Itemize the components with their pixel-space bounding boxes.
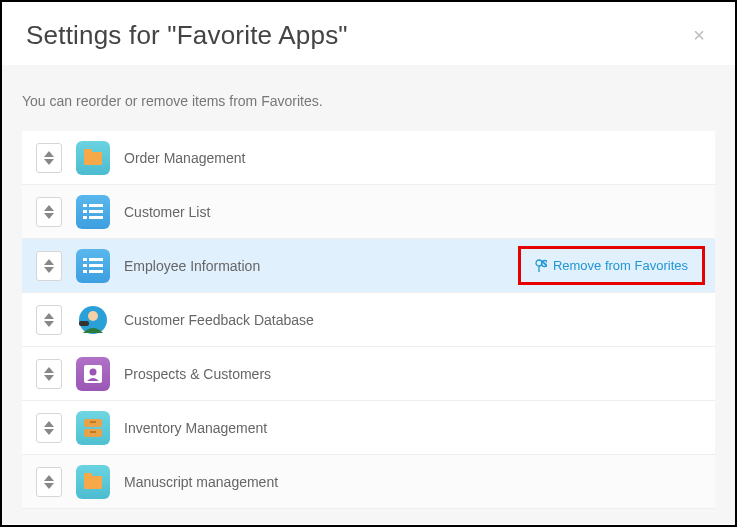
app-label: Order Management bbox=[124, 150, 705, 166]
svg-marker-13 bbox=[44, 267, 54, 273]
svg-rect-11 bbox=[89, 216, 103, 219]
remove-label: Remove from Favorites bbox=[553, 258, 688, 273]
svg-rect-43 bbox=[84, 473, 92, 478]
svg-rect-7 bbox=[89, 204, 103, 207]
svg-rect-14 bbox=[83, 258, 87, 261]
svg-rect-18 bbox=[83, 270, 87, 273]
person-icon bbox=[76, 303, 110, 337]
svg-rect-15 bbox=[89, 258, 103, 261]
drag-handle[interactable] bbox=[36, 413, 62, 443]
svg-marker-1 bbox=[44, 159, 54, 165]
folder-icon bbox=[76, 465, 110, 499]
drawers-icon bbox=[76, 411, 110, 445]
close-button[interactable]: × bbox=[687, 20, 711, 51]
favorites-row: Customer List bbox=[22, 185, 715, 239]
svg-marker-31 bbox=[44, 375, 54, 381]
drag-handle[interactable] bbox=[36, 251, 62, 281]
svg-marker-5 bbox=[44, 213, 54, 219]
svg-marker-34 bbox=[44, 421, 54, 427]
svg-point-28 bbox=[88, 311, 98, 321]
svg-point-33 bbox=[90, 368, 97, 375]
favorites-row: Employee InformationRemove from Favorite… bbox=[22, 239, 715, 293]
svg-line-24 bbox=[542, 261, 546, 265]
favorites-row: Prospects & Customers bbox=[22, 347, 715, 401]
favorites-row: Customer Feedback Database bbox=[22, 293, 715, 347]
svg-rect-3 bbox=[84, 149, 92, 154]
svg-marker-25 bbox=[44, 313, 54, 319]
svg-marker-41 bbox=[44, 483, 54, 489]
svg-rect-19 bbox=[89, 270, 103, 273]
drag-handle[interactable] bbox=[36, 197, 62, 227]
svg-marker-40 bbox=[44, 475, 54, 481]
dialog-title: Settings for "Favorite Apps" bbox=[26, 20, 348, 51]
app-label: Inventory Management bbox=[124, 420, 705, 436]
svg-rect-8 bbox=[83, 210, 87, 213]
list-icon bbox=[76, 195, 110, 229]
svg-marker-30 bbox=[44, 367, 54, 373]
svg-marker-0 bbox=[44, 151, 54, 157]
drag-handle[interactable] bbox=[36, 467, 62, 497]
svg-marker-4 bbox=[44, 205, 54, 211]
card-icon bbox=[76, 357, 110, 391]
intro-text: You can reorder or remove items from Fav… bbox=[22, 93, 715, 109]
favorites-row: Inventory Management bbox=[22, 401, 715, 455]
app-label: Customer List bbox=[124, 204, 705, 220]
favorites-list: Order ManagementCustomer ListEmployee In… bbox=[22, 131, 715, 509]
app-label: Manuscript management bbox=[124, 474, 705, 490]
svg-rect-10 bbox=[83, 216, 87, 219]
app-label: Customer Feedback Database bbox=[124, 312, 705, 328]
svg-marker-12 bbox=[44, 259, 54, 265]
folder-icon bbox=[76, 141, 110, 175]
svg-rect-16 bbox=[83, 264, 87, 267]
svg-rect-17 bbox=[89, 264, 103, 267]
drag-handle[interactable] bbox=[36, 143, 62, 173]
highlight-annotation: Remove from Favorites bbox=[518, 246, 705, 285]
dialog-header: Settings for "Favorite Apps" × bbox=[2, 2, 735, 65]
svg-rect-39 bbox=[90, 431, 96, 433]
favorites-row: Order Management bbox=[22, 131, 715, 185]
drag-handle[interactable] bbox=[36, 359, 62, 389]
svg-rect-6 bbox=[83, 204, 87, 207]
app-label: Employee Information bbox=[124, 258, 504, 274]
svg-rect-9 bbox=[89, 210, 103, 213]
remove-pin-icon bbox=[535, 259, 547, 273]
svg-rect-29 bbox=[79, 321, 89, 326]
drag-handle[interactable] bbox=[36, 305, 62, 335]
svg-marker-26 bbox=[44, 321, 54, 327]
list-icon bbox=[76, 249, 110, 283]
favorites-row: Manuscript management bbox=[22, 455, 715, 509]
remove-from-favorites-button[interactable]: Remove from Favorites bbox=[527, 252, 696, 279]
dialog-body: You can reorder or remove items from Fav… bbox=[2, 65, 735, 524]
svg-marker-35 bbox=[44, 429, 54, 435]
app-label: Prospects & Customers bbox=[124, 366, 705, 382]
svg-rect-38 bbox=[90, 421, 96, 423]
